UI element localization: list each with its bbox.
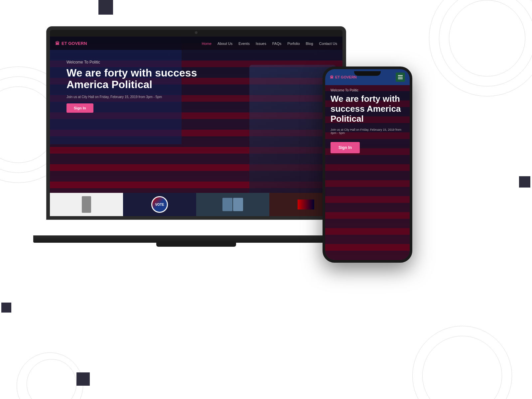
- phone-logo-text: ET GOVERN: [335, 75, 357, 79]
- desktop-nav-logo: 🏛 ET GOVERN: [55, 41, 87, 46]
- nav-item-faqs[interactable]: FAQs: [272, 40, 282, 46]
- mobile-website: 🏛 ET GOVERN Welcome To Politic We are fo…: [325, 69, 410, 260]
- phone-hero-content: Welcome To Politic We are forty with suc…: [331, 88, 404, 153]
- phone-mockup: 🏛 ET GOVERN Welcome To Politic We are fo…: [323, 66, 412, 263]
- laptop-mockup: 🏛 ET GOVERN Home About Us Events: [47, 27, 346, 243]
- desktop-hero-content: Welcome To Politic We are forty with suc…: [66, 60, 197, 113]
- nav-item-contact[interactable]: Contact Us: [319, 40, 337, 46]
- vote-badge: VOTE: [151, 196, 168, 213]
- thumbnail-3: [196, 193, 269, 216]
- nav-item-home[interactable]: Home: [202, 40, 211, 46]
- person-figure: [82, 196, 91, 213]
- laptop-screen: 🏛 ET GOVERN Home About Us Events: [50, 37, 342, 216]
- laptop-camera: [195, 31, 198, 34]
- hamburger-line-1: [398, 75, 403, 76]
- hero-date: Join us at City Hall on Friday, February…: [66, 95, 197, 99]
- desktop-nav: 🏛 ET GOVERN Home About Us Events: [50, 37, 342, 50]
- hero-title-line1: We are forty with success: [66, 67, 197, 79]
- phone-notch: [354, 71, 381, 76]
- logo-icon: 🏛: [55, 41, 60, 46]
- hero-subtitle: Welcome To Politic: [66, 60, 197, 65]
- hero-cta-button[interactable]: Sign In: [66, 103, 93, 113]
- phone-screen: 🏛 ET GOVERN Welcome To Politic We are fo…: [325, 69, 410, 260]
- phone-hero-title: We are forty with success America Politi…: [331, 94, 404, 124]
- thumbnail-1: [50, 193, 123, 216]
- laptop-base: [33, 235, 359, 243]
- hamburger-line-2: [398, 77, 403, 77]
- phone-hero-date: Join us at City Hall on Friday, February…: [331, 128, 404, 135]
- flag-mini: [298, 200, 314, 209]
- phone-logo-icon: 🏛: [330, 75, 333, 79]
- nav-item-portfolio[interactable]: Porfolio: [287, 40, 300, 46]
- nav-item-issues[interactable]: Issues: [256, 40, 266, 46]
- scene: 🏛 ET GOVERN Home About Us Events: [0, 0, 532, 399]
- desktop-website: 🏛 ET GOVERN Home About Us Events: [50, 37, 342, 216]
- logo-text: ET GOVERN: [62, 41, 87, 46]
- nav-item-blog[interactable]: Blog: [306, 40, 313, 46]
- desktop-nav-links: Home About Us Events Issues: [202, 40, 337, 46]
- nav-item-events[interactable]: Events: [238, 40, 250, 46]
- phone-nav-logo: 🏛 ET GOVERN: [330, 75, 357, 79]
- laptop-foot: [156, 243, 236, 247]
- hero-title: We are forty with success America Politi…: [66, 67, 197, 90]
- phone-hero-subtitle: Welcome To Politic: [331, 88, 404, 92]
- laptop-body: 🏛 ET GOVERN Home About Us Events: [47, 27, 346, 219]
- nav-item-about[interactable]: About Us: [217, 40, 232, 46]
- phone-hero-cta-button[interactable]: Sign In: [331, 142, 360, 153]
- person-avatar-1: [222, 198, 232, 211]
- hamburger-menu-button[interactable]: [396, 72, 405, 82]
- desktop-thumbnails: VOTE: [50, 193, 342, 216]
- hero-title-line2: America Political: [66, 78, 152, 90]
- hamburger-line-3: [398, 78, 403, 79]
- person-avatar-2: [233, 198, 243, 211]
- phone-body: 🏛 ET GOVERN Welcome To Politic We are fo…: [323, 66, 412, 263]
- thumbnail-2: VOTE: [123, 193, 196, 216]
